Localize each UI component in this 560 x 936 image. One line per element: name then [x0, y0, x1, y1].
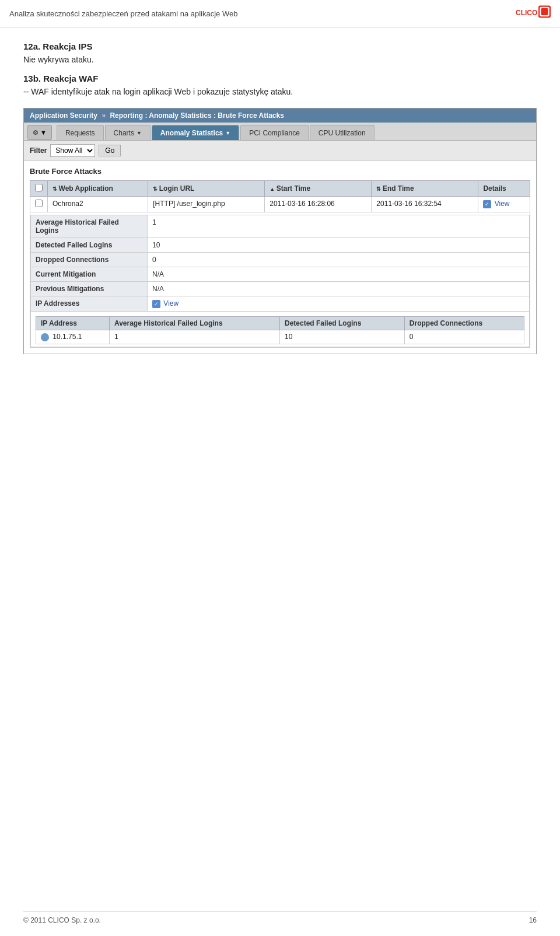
ip-globe-icon: [41, 333, 49, 341]
row-start-time: 2011-03-16 16:28:06: [265, 197, 372, 212]
detail-label-dropped: Dropped Connections: [31, 253, 148, 267]
filter-select[interactable]: Show All: [50, 144, 95, 157]
breadcrumb-middle: Reporting : Anomaly Statistics : Brute F…: [110, 111, 284, 120]
detail-value-detected: 10: [148, 238, 530, 253]
col-header-web-app: ⇅ Web Application: [48, 181, 148, 197]
breadcrumb-sep: »: [102, 111, 107, 120]
ip-table-header: IP Address Average Historical Failed Log…: [36, 316, 524, 330]
nav-tabs-row: ⚙ ▼ Requests Charts ▼ Anomaly Statistics…: [24, 123, 536, 141]
sort-icon-web-app: ⇅: [52, 186, 59, 192]
section-ips: 12a. Reakcja IPS Nie wykrywa ataku.: [23, 41, 537, 64]
svg-rect-2: [541, 8, 548, 15]
ip-col-avg-hist: Average Historical Failed Logins: [109, 316, 279, 330]
detail-label-detected: Detected Failed Logins: [31, 238, 148, 253]
detail-row-current-mitigation: Current Mitigation N/A: [31, 267, 530, 282]
ips-heading: 12a. Reakcja IPS: [23, 41, 537, 51]
header-title: Analiza skuteczności zabezpieczeń przed …: [9, 9, 237, 18]
ip-view-link[interactable]: ✓ View: [152, 299, 178, 308]
tab-requests[interactable]: Requests: [57, 125, 104, 140]
ip-dropped-cell: 0: [404, 330, 524, 344]
tab-charts[interactable]: Charts ▼: [105, 125, 150, 140]
detail-value-dropped: 0: [148, 253, 530, 267]
ip-avg-hist-cell: 1: [109, 330, 279, 344]
breadcrumb-bar: Application Security » Reporting : Anoma…: [24, 109, 536, 123]
detail-label-current-mitigation: Current Mitigation: [31, 267, 148, 282]
col-header-login-url: ⇅ Login URL: [148, 181, 265, 197]
ip-subtable-cell: IP Address Average Historical Failed Log…: [31, 311, 530, 347]
tab-pci-label: PCI Compliance: [249, 129, 300, 137]
sort-icon-login-url: ⇅: [153, 186, 159, 192]
detail-row-dropped: Dropped Connections 0: [31, 253, 530, 267]
section-waf: 13b. Reakcja WAF -- WAF identyfikuje ata…: [23, 74, 537, 96]
filter-label: Filter: [30, 146, 47, 155]
col-header-end-time: ⇅ End Time: [372, 181, 478, 197]
charts-dropdown-icon: ▼: [136, 130, 142, 136]
brute-force-table: ⇅ Web Application ⇅ Login URL ▲ Start Ti…: [30, 180, 530, 348]
table-header-row: ⇅ Web Application ⇅ Login URL ▲ Start Ti…: [30, 181, 530, 197]
ip-detected-cell: 10: [279, 330, 404, 344]
filter-bar: Filter Show All Go: [24, 141, 536, 161]
tab-cpu-utilization[interactable]: CPU Utilization: [310, 125, 374, 140]
detail-row-prev-mitigations: Previous Mitigations N/A: [31, 282, 530, 296]
go-button[interactable]: Go: [99, 145, 121, 156]
footer-copyright: © 2011 CLICO Sp. z o.o.: [23, 916, 101, 924]
sort-icon-end-time: ⇅: [376, 186, 383, 192]
ip-table: IP Address Average Historical Failed Log…: [36, 316, 524, 344]
waf-heading: 13b. Reakcja WAF: [23, 74, 537, 83]
col-header-start-time: ▲ Start Time: [265, 181, 372, 197]
tab-cpu-label: CPU Utilization: [318, 129, 366, 137]
footer-page-number: 16: [529, 916, 537, 924]
ip-subtable-row: IP Address Average Historical Failed Log…: [31, 311, 530, 347]
svg-text:CLICO: CLICO: [516, 9, 537, 17]
row-view-link[interactable]: ✓ View: [483, 200, 509, 208]
ip-view-icon: ✓: [152, 300, 160, 308]
header-bar: Analiza skuteczności zabezpieczeń przed …: [0, 0, 560, 27]
row-details-cell: ✓ View: [478, 197, 530, 212]
gear-icon: ⚙: [33, 129, 38, 137]
detail-row-avg-hist: Average Historical Failed Logins 1: [31, 215, 530, 238]
ip-address-cell: 10.1.75.1: [36, 330, 110, 344]
tab-pci-compliance[interactable]: PCI Compliance: [240, 125, 309, 140]
detail-expanded-cell: Average Historical Failed Logins 1 Detec…: [30, 212, 530, 348]
row-login-url: [HTTP] /user_login.php: [148, 197, 265, 212]
clico-logo: CLICO: [516, 5, 551, 22]
tab-anomaly-statistics[interactable]: Anomaly Statistics ▼: [152, 125, 239, 140]
waf-text: -- WAF identyfikuje atak na login aplika…: [23, 87, 537, 96]
brute-force-title: Brute Force Attacks: [30, 167, 530, 176]
ip-col-ip-address: IP Address: [36, 316, 110, 330]
detail-value-avg-hist: 1: [148, 215, 530, 238]
gear-button[interactable]: ⚙ ▼: [27, 125, 52, 140]
breadcrumb-prefix: Application Security: [30, 111, 97, 120]
col-header-details: Details: [478, 181, 530, 197]
table-row: Ochrona2 [HTTP] /user_login.php 2011-03-…: [30, 197, 530, 212]
app-ui-screenshot: Application Security » Reporting : Anoma…: [23, 108, 537, 354]
ip-col-detected: Detected Failed Logins: [279, 316, 404, 330]
ip-table-row: 10.1.75.1 1 10 0: [36, 330, 524, 344]
ips-text: Nie wykrywa ataku.: [23, 55, 537, 64]
detail-value-current-mitigation: N/A: [148, 267, 530, 282]
detail-label-avg-hist: Average Historical Failed Logins: [31, 215, 148, 238]
gear-dropdown-arrow: ▼: [40, 129, 47, 136]
row-checkbox[interactable]: [35, 200, 43, 207]
row-checkbox-cell: [30, 197, 48, 212]
page-content: 12a. Reakcja IPS Nie wykrywa ataku. 13b.…: [0, 27, 560, 368]
tab-requests-label: Requests: [65, 129, 95, 137]
tab-anomaly-label: Anomaly Statistics: [160, 129, 223, 137]
detail-value-prev-mitigations: N/A: [148, 282, 530, 296]
main-content-area: Brute Force Attacks ⇅ Web Application ⇅: [24, 161, 536, 354]
col-header-checkbox: [30, 181, 48, 197]
detail-expanded-row: Average Historical Failed Logins 1 Detec…: [30, 212, 530, 348]
detail-label-ip-addresses: IP Addresses: [31, 296, 148, 312]
sort-icon-start-time: ▲: [270, 186, 276, 192]
detail-row-ip-addresses: IP Addresses ✓ View: [31, 296, 530, 312]
anomaly-dropdown-icon: ▼: [225, 130, 230, 136]
row-web-app: Ochrona2: [48, 197, 148, 212]
detail-row-detected: Detected Failed Logins 10: [31, 238, 530, 253]
ip-col-dropped: Dropped Connections: [404, 316, 524, 330]
row-end-time: 2011-03-16 16:32:54: [372, 197, 478, 212]
detail-value-ip-addresses: ✓ View: [148, 296, 530, 312]
tab-charts-label: Charts: [114, 129, 134, 137]
select-all-checkbox[interactable]: [35, 184, 43, 191]
detail-table: Average Historical Failed Logins 1 Detec…: [30, 215, 530, 347]
page-footer: © 2011 CLICO Sp. z o.o. 16: [23, 911, 537, 924]
